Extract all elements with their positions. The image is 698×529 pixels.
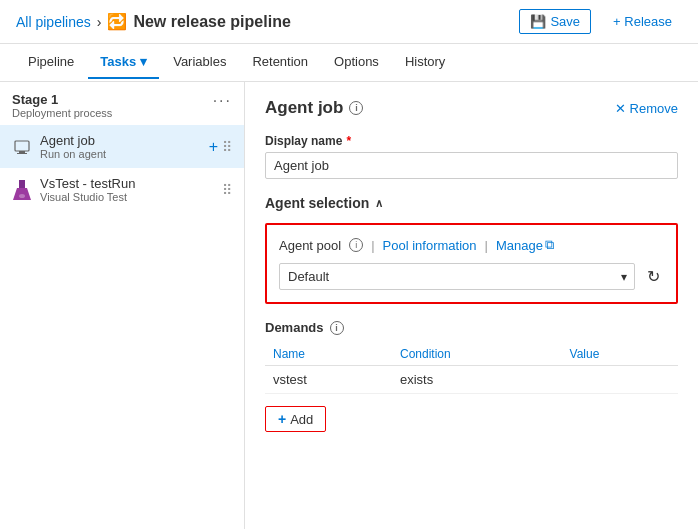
demands-table: Name Condition Value vstest exists [265,343,678,394]
demand-value-cell [562,366,678,394]
add-demand-button[interactable]: + Add [265,406,326,432]
svg-rect-1 [19,151,25,153]
demand-condition-cell: exists [392,366,562,394]
sidebar-item-vstest[interactable]: VsTest - testRun Visual Studio Test ⠿ [0,168,244,211]
breadcrumb-separator: › [97,14,102,30]
display-name-group: Display name * [265,134,678,179]
pool-information-link[interactable]: Pool information [383,238,477,253]
demand-name-cell: vstest [265,366,392,394]
tab-retention[interactable]: Retention [240,46,320,79]
all-pipelines-link[interactable]: All pipelines [16,14,91,30]
tab-variables[interactable]: Variables [161,46,238,79]
save-button[interactable]: 💾 Save [519,9,591,34]
agent-job-icon [12,137,32,157]
drag-handle-icon-vstest[interactable]: ⠿ [222,182,232,198]
agent-selection-chevron[interactable]: ∧ [375,197,383,210]
refresh-button[interactable]: ↻ [643,263,664,290]
svg-rect-2 [17,153,27,154]
save-icon: 💾 [530,14,546,29]
tasks-dropdown-icon: ▾ [140,54,147,69]
agent-selection-header: Agent selection ∧ [265,195,678,211]
top-bar-actions: 💾 Save + Release [519,9,682,34]
sidebar-item-agent-job[interactable]: Agent job Run on agent + ⠿ [0,125,244,168]
breadcrumb-area: All pipelines › 🔁 New release pipeline [16,12,291,31]
required-indicator: * [346,134,351,148]
stage-info: Stage 1 Deployment process [12,92,112,119]
sidebar: Stage 1 Deployment process ··· Agent job… [0,82,245,529]
pool-select-row: Default Hosted Azure Pipelines ▾ ↻ [279,263,664,290]
display-name-input[interactable] [265,152,678,179]
content-area: Agent job i ✕ Remove Display name * Agen… [245,82,698,529]
stage-menu-button[interactable]: ··· [213,92,232,110]
manage-external-icon: ⧉ [545,237,554,253]
remove-button[interactable]: ✕ Remove [615,101,678,116]
nav-tabs: Pipeline Tasks ▾ Variables Retention Opt… [0,44,698,82]
stage-header: Stage 1 Deployment process ··· [0,82,244,125]
pool-header: Agent pool i | Pool information | Manage… [279,237,664,253]
pipeline-icon: 🔁 [107,12,127,31]
agent-job-info-icon[interactable]: i [349,101,363,115]
pool-info-icon[interactable]: i [349,238,363,252]
stage-subtitle: Deployment process [12,107,112,119]
content-title: Agent job i [265,98,363,118]
content-header: Agent job i ✕ Remove [265,98,678,118]
pool-select-dropdown[interactable]: Default Hosted Azure Pipelines [279,263,635,290]
table-row: vstest exists [265,366,678,394]
demands-header: Demands i [265,320,678,335]
vstest-icon [12,180,32,200]
release-button[interactable]: + Release [603,10,682,33]
pool-select-wrapper: Default Hosted Azure Pipelines ▾ [279,263,635,290]
col-value-header: Value [562,343,678,366]
agent-pool-box: Agent pool i | Pool information | Manage… [265,223,678,304]
manage-link[interactable]: Manage ⧉ [496,237,554,253]
stage-title: Stage 1 [12,92,112,107]
tab-tasks[interactable]: Tasks ▾ [88,46,159,79]
display-name-label: Display name * [265,134,678,148]
demands-info-icon[interactable]: i [330,321,344,335]
svg-point-5 [19,194,25,198]
tab-options[interactable]: Options [322,46,391,79]
col-name-header: Name [265,343,392,366]
svg-rect-0 [15,141,29,151]
plus-icon: + [278,411,286,427]
drag-handle-icon[interactable]: ⠿ [222,139,232,155]
top-bar: All pipelines › 🔁 New release pipeline 💾… [0,0,698,44]
main-layout: Stage 1 Deployment process ··· Agent job… [0,82,698,529]
tab-pipeline[interactable]: Pipeline [16,46,86,79]
tab-history[interactable]: History [393,46,457,79]
demands-table-header-row: Name Condition Value [265,343,678,366]
col-condition-header: Condition [392,343,562,366]
remove-x-icon: ✕ [615,101,626,116]
svg-rect-3 [19,180,25,188]
add-task-button[interactable]: + [209,138,218,156]
pipeline-title: New release pipeline [133,13,290,31]
